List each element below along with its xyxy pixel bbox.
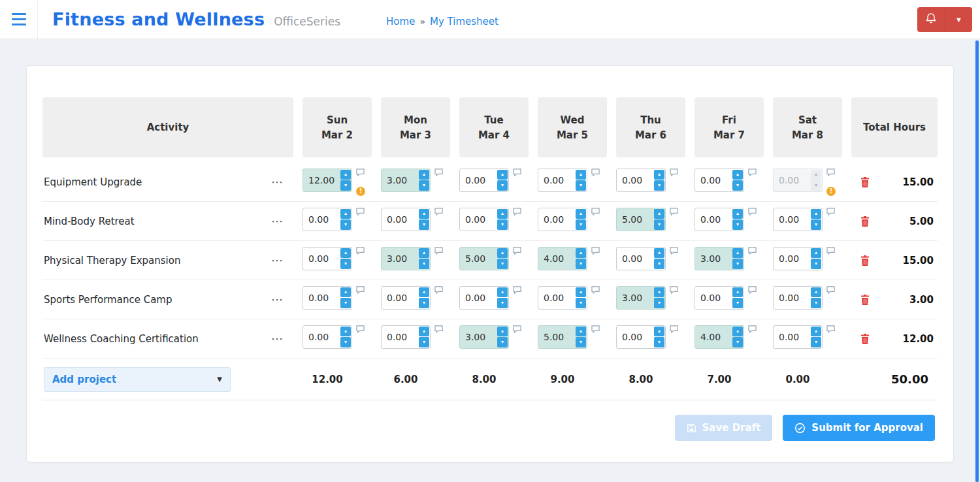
delete-row-button[interactable] <box>860 216 870 227</box>
account-dropdown-button[interactable]: ▼ <box>945 7 972 32</box>
comment-icon[interactable] <box>591 286 602 294</box>
comment-icon[interactable] <box>356 286 367 294</box>
decrement-button[interactable]: ▾ <box>654 337 664 347</box>
comment-icon[interactable] <box>748 208 759 216</box>
increment-button[interactable]: ▴ <box>340 209 351 219</box>
increment-button[interactable]: ▴ <box>811 248 821 259</box>
hours-input[interactable]: 3.00▴▾ <box>381 169 431 192</box>
submit-for-approval-button[interactable]: Submit for Approval <box>783 415 935 441</box>
decrement-button[interactable]: ▾ <box>811 298 821 308</box>
hours-input[interactable]: 0.00▴▾ <box>773 169 823 192</box>
hours-input[interactable]: 0.00▴▾ <box>773 247 823 270</box>
delete-row-button[interactable] <box>860 334 870 344</box>
decrement-button[interactable]: ▾ <box>811 337 821 347</box>
hours-input[interactable]: 0.00▴▾ <box>302 208 352 231</box>
increment-button[interactable]: ▴ <box>340 327 351 337</box>
decrement-button[interactable]: ▾ <box>576 219 586 230</box>
delete-row-button[interactable] <box>860 177 870 187</box>
comment-icon[interactable] <box>591 247 602 255</box>
hours-input[interactable]: 0.00▴▾ <box>459 169 509 192</box>
increment-button[interactable]: ▴ <box>340 287 351 298</box>
decrement-button[interactable]: ▾ <box>340 337 351 347</box>
increment-button[interactable]: ▴ <box>654 209 664 219</box>
hours-input[interactable]: 0.00▴▾ <box>381 325 431 349</box>
hours-input[interactable]: 0.00▴▾ <box>694 208 744 231</box>
increment-button[interactable]: ▴ <box>340 170 351 180</box>
hours-input[interactable]: 0.00▴▾ <box>381 208 431 231</box>
decrement-button[interactable]: ▾ <box>340 259 351 269</box>
comment-icon[interactable] <box>670 286 680 294</box>
hours-input[interactable]: 0.00▴▾ <box>616 247 666 270</box>
decrement-button[interactable]: ▾ <box>497 337 508 347</box>
increment-button[interactable]: ▴ <box>419 170 429 180</box>
comment-icon[interactable] <box>826 325 837 333</box>
increment-button[interactable]: ▴ <box>497 248 508 259</box>
comment-icon[interactable] <box>513 169 523 176</box>
comment-icon[interactable] <box>513 325 523 333</box>
hours-input[interactable]: 5.00▴▾ <box>459 247 509 270</box>
comment-icon[interactable] <box>748 169 759 176</box>
hours-input[interactable]: 0.00▴▾ <box>616 325 666 349</box>
row-menu-button[interactable]: ⋯ <box>271 294 284 306</box>
comment-icon[interactable] <box>513 208 523 216</box>
comment-icon[interactable] <box>434 169 445 176</box>
notifications-button[interactable] <box>917 7 945 32</box>
increment-button[interactable]: ▴ <box>576 327 586 337</box>
increment-button[interactable]: ▴ <box>811 170 821 180</box>
comment-icon[interactable] <box>748 325 759 333</box>
hours-input[interactable]: 0.00▴▾ <box>302 286 352 310</box>
hours-input[interactable]: 3.00▴▾ <box>694 247 744 270</box>
increment-button[interactable]: ▴ <box>654 287 664 298</box>
decrement-button[interactable]: ▾ <box>654 298 664 308</box>
increment-button[interactable]: ▴ <box>732 170 743 180</box>
comment-icon[interactable] <box>748 286 759 294</box>
comment-icon[interactable] <box>748 247 759 255</box>
comment-icon[interactable] <box>591 169 602 176</box>
decrement-button[interactable]: ▾ <box>497 180 508 191</box>
decrement-button[interactable]: ▾ <box>419 298 429 308</box>
increment-button[interactable]: ▴ <box>497 170 508 180</box>
increment-button[interactable]: ▴ <box>654 327 664 337</box>
comment-icon[interactable] <box>434 247 445 255</box>
hours-input[interactable]: 4.00▴▾ <box>538 247 587 270</box>
hours-input[interactable]: 0.00▴▾ <box>459 286 509 310</box>
decrement-button[interactable]: ▾ <box>732 180 743 191</box>
comment-icon[interactable] <box>826 208 837 216</box>
delete-row-button[interactable] <box>860 295 870 305</box>
hours-input[interactable]: 0.00▴▾ <box>694 169 744 192</box>
decrement-button[interactable]: ▾ <box>497 298 508 308</box>
increment-button[interactable]: ▴ <box>576 170 586 180</box>
row-menu-button[interactable]: ⋯ <box>271 216 284 227</box>
increment-button[interactable]: ▴ <box>497 209 508 219</box>
hours-input[interactable]: 0.00▴▾ <box>694 286 744 310</box>
decrement-button[interactable]: ▾ <box>732 298 743 308</box>
hours-input[interactable]: 4.00▴▾ <box>694 325 744 349</box>
increment-button[interactable]: ▴ <box>811 209 821 219</box>
decrement-button[interactable]: ▾ <box>811 259 821 269</box>
hours-input[interactable]: 0.00▴▾ <box>381 286 431 310</box>
comment-icon[interactable] <box>434 286 445 294</box>
decrement-button[interactable]: ▾ <box>576 259 586 269</box>
increment-button[interactable]: ▴ <box>732 327 743 337</box>
comment-icon[interactable] <box>434 325 445 333</box>
increment-button[interactable]: ▴ <box>419 287 429 298</box>
save-draft-button[interactable]: Save Draft <box>675 415 773 441</box>
decrement-button[interactable]: ▾ <box>732 219 743 230</box>
increment-button[interactable]: ▴ <box>419 248 429 259</box>
increment-button[interactable]: ▴ <box>654 248 664 259</box>
hours-input[interactable]: 0.00▴▾ <box>773 325 823 349</box>
decrement-button[interactable]: ▾ <box>340 219 351 230</box>
breadcrumb-current-link[interactable]: My Timesheet <box>430 16 498 27</box>
comment-icon[interactable] <box>670 325 680 333</box>
comment-icon[interactable] <box>356 169 367 176</box>
comment-icon[interactable] <box>670 208 680 216</box>
row-menu-button[interactable]: ⋯ <box>271 333 284 345</box>
hours-input[interactable]: 0.00▴▾ <box>773 286 823 310</box>
increment-button[interactable]: ▴ <box>497 327 508 337</box>
decrement-button[interactable]: ▾ <box>811 180 821 191</box>
decrement-button[interactable]: ▾ <box>419 337 429 347</box>
decrement-button[interactable]: ▾ <box>419 180 429 191</box>
breadcrumb-home-link[interactable]: Home <box>386 16 415 27</box>
decrement-button[interactable]: ▾ <box>576 337 586 347</box>
comment-icon[interactable] <box>826 247 837 255</box>
